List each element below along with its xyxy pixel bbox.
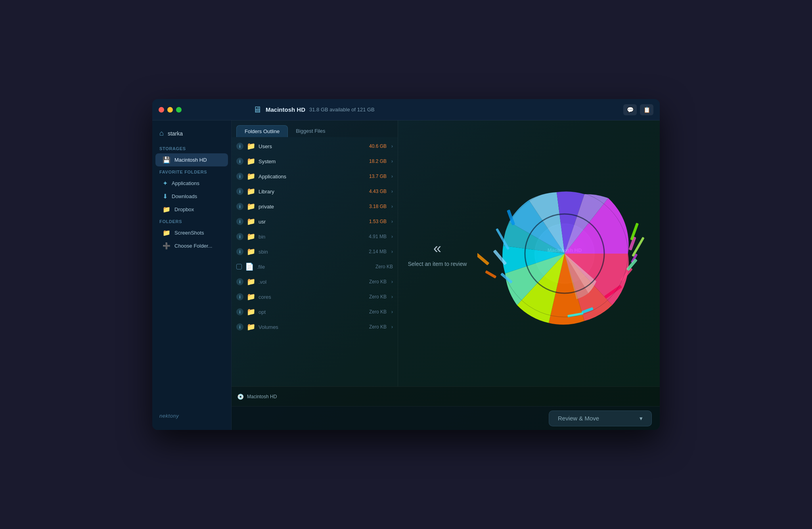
info-icon[interactable]: i [236, 278, 243, 285]
sidebar-item-macintosh-hd[interactable]: 💾 Macintosh HD [155, 153, 228, 166]
sidebar-item-dropbox[interactable]: 📁 Dropbox [155, 203, 228, 216]
file-name: sbin [259, 249, 358, 255]
fullscreen-button[interactable] [176, 107, 182, 113]
file-name: .vol [259, 279, 358, 285]
feedback-button[interactable]: 💬 [623, 104, 637, 115]
sidebar: ⌂ starka Storages 💾 Macintosh HD Favorit… [152, 120, 232, 430]
svg-rect-6 [485, 270, 496, 278]
close-button[interactable] [159, 107, 164, 113]
viz-pane: « Select an item to review [398, 120, 660, 386]
table-row[interactable]: i📁System18.2 GB› [232, 154, 398, 169]
svg-rect-7 [477, 252, 489, 265]
review-button-label: Review & Move [558, 415, 599, 422]
tabs-bar: Folders Outline Biggest Files [232, 120, 398, 137]
file-size: Zero KB [361, 294, 387, 300]
titlebar: 🖥 Macintosh HD 31.8 GB available of 121 … [152, 99, 660, 120]
file-size: Zero KB [361, 279, 387, 285]
breadcrumb-icon: 💿 [237, 393, 244, 400]
info-icon[interactable]: i [236, 158, 243, 165]
info-icon[interactable]: i [236, 293, 243, 300]
file-size: 13.7 GB [361, 174, 387, 179]
table-row[interactable]: i📁sbin2.14 MB› [232, 244, 398, 259]
drive-name: Macintosh HD [266, 106, 305, 113]
file-name: .file [257, 264, 364, 270]
dropbox-icon: 📁 [163, 206, 170, 213]
info-icon[interactable]: i [236, 143, 243, 150]
table-row[interactable]: i📁optZero KB› [232, 304, 398, 319]
table-row[interactable]: i📁VolumesZero KB› [232, 319, 398, 334]
clipboard-button[interactable]: 📋 [640, 104, 653, 115]
folder-icon: 📁 [247, 217, 255, 226]
table-row[interactable]: i📁private3.18 GB› [232, 199, 398, 214]
file-name: Volumes [259, 324, 358, 330]
file-name: private [259, 204, 358, 210]
info-icon[interactable]: i [236, 233, 243, 240]
title-info: 🖥 Macintosh HD 31.8 GB available of 121 … [190, 105, 623, 115]
bottom-bar: 💿 Macintosh HD [232, 386, 660, 406]
content-body: Folders Outline Biggest Files i📁Users40.… [232, 120, 660, 386]
file-pane: Folders Outline Biggest Files i📁Users40.… [232, 120, 398, 386]
info-icon[interactable]: i [236, 248, 243, 255]
folder-icon: 📁 [247, 277, 255, 286]
file-name: bin [259, 234, 358, 240]
file-checkbox[interactable] [236, 264, 242, 269]
chevron-right-icon: › [391, 324, 393, 330]
app-window: 🖥 Macintosh HD 31.8 GB available of 121 … [152, 99, 660, 430]
sunburst-chart: Macintosh HD [477, 166, 652, 341]
chevron-right-icon: › [391, 294, 393, 300]
info-icon[interactable]: i [236, 188, 243, 195]
folders-label: Folders [152, 216, 231, 226]
file-size: 4.91 MB [361, 234, 387, 239]
table-row[interactable]: i📁Library4.43 GB› [232, 184, 398, 199]
main-layout: ⌂ starka Storages 💾 Macintosh HD Favorit… [152, 120, 660, 430]
table-row[interactable]: i📁Applications13.7 GB› [232, 169, 398, 184]
file-size: Zero KB [361, 324, 387, 330]
sidebar-item-applications[interactable]: ✦ Applications [155, 177, 228, 190]
sidebar-item-downloads[interactable]: ⬇ Downloads [155, 190, 228, 203]
drive-info: 31.8 GB available of 121 GB [309, 107, 375, 113]
tab-biggest-files[interactable]: Biggest Files [288, 125, 333, 137]
titlebar-actions: 💬 📋 [623, 104, 653, 115]
review-move-button[interactable]: Review & Move ▾ [549, 411, 652, 426]
table-row[interactable]: 📄.fileZero KB [232, 259, 398, 274]
sidebar-item-screenshots[interactable]: 📁 ScreenShots [155, 226, 228, 239]
file-size: 3.18 GB [361, 204, 387, 209]
hint-text: Select an item to review [408, 261, 467, 267]
minimize-button[interactable] [167, 107, 173, 113]
chevron-right-icon: › [391, 204, 393, 209]
file-name: Users [259, 143, 358, 149]
file-size: Zero KB [367, 264, 393, 269]
storage-name: Macintosh HD [174, 157, 207, 163]
folder-icon: 📁 [247, 323, 255, 331]
file-name: cores [259, 294, 358, 300]
table-row[interactable]: i📁coresZero KB› [232, 289, 398, 304]
chevron-right-icon: › [391, 174, 393, 179]
fav-applications: Applications [172, 180, 199, 186]
table-row[interactable]: i📁usr1.53 GB› [232, 214, 398, 229]
folder-icon: 📁 [247, 232, 255, 241]
chevron-right-icon: › [391, 249, 393, 254]
folder-icon: 📄 [245, 262, 254, 271]
drive-icon: 🖥 [253, 105, 262, 115]
folder-icon: 📁 [247, 247, 255, 256]
tab-folders-outline[interactable]: Folders Outline [236, 125, 288, 137]
file-size: 18.2 GB [361, 159, 387, 164]
table-row[interactable]: i📁bin4.91 MB› [232, 229, 398, 244]
info-icon[interactable]: i [236, 173, 243, 180]
info-icon[interactable]: i [236, 323, 243, 330]
applications-icon: ✦ [163, 180, 168, 187]
downloads-icon: ⬇ [163, 193, 168, 200]
traffic-lights [159, 107, 182, 113]
file-size: 1.53 GB [361, 219, 387, 224]
folder-icon: 📁 [247, 307, 255, 316]
favorites-label: Favorite folders [152, 166, 231, 177]
chevron-right-icon: › [391, 189, 393, 194]
folder-icon: 📁 [247, 157, 255, 166]
sidebar-item-choose-folder[interactable]: ➕ Choose Folder... [155, 239, 228, 252]
table-row[interactable]: i📁.volZero KB› [232, 274, 398, 289]
info-icon[interactable]: i [236, 203, 243, 210]
file-name: System [259, 159, 358, 164]
info-icon[interactable]: i [236, 218, 243, 225]
table-row[interactable]: i📁Users40.6 GB› [232, 139, 398, 154]
info-icon[interactable]: i [236, 308, 243, 315]
